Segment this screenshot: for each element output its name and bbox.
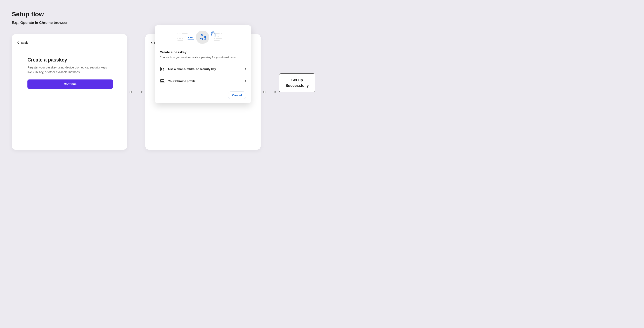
laptop-icon (160, 78, 165, 83)
dialog-options-list: Use a phone, tablet, or security key You… (160, 63, 246, 87)
option-label: Use a phone, tablet, or security key (168, 67, 242, 71)
setup-success-chip: Set up Successfully (279, 73, 315, 92)
passkey-create-dialog: *** (155, 25, 251, 103)
flow-row: Back Create a passkey Register your pass… (12, 34, 310, 150)
option-label: Your Chrome profile (168, 79, 242, 83)
dialog-domain: yourdomain.com (216, 56, 236, 59)
option-phone-tablet-key[interactable]: Use a phone, tablet, or security key (160, 63, 246, 75)
arrow-head-icon (274, 91, 276, 93)
passkey-badge-icon: *** (196, 31, 209, 44)
back-label: Back (21, 41, 28, 44)
arrow-origin-dot-icon (263, 91, 266, 93)
passkey-illustration: *** (155, 25, 251, 49)
page-subtitle: E.g., Operate in Chrome browser (12, 21, 310, 25)
arrow-head-icon (141, 91, 143, 93)
step1-card: Back Create a passkey Register your pass… (12, 34, 127, 150)
chevron-right-icon (245, 80, 246, 82)
arrow-line (132, 92, 141, 92)
dialog-description: Choose how you want to create a passkey … (160, 56, 246, 59)
page-title: Setup flow (12, 11, 310, 18)
chevron-right-icon (245, 68, 246, 70)
back-button[interactable]: Back (18, 41, 28, 44)
step2-stack: Back *** (146, 34, 260, 150)
chevron-left-icon (17, 41, 20, 44)
cancel-button[interactable]: Cancel (228, 91, 246, 99)
flow-arrow-2 (263, 34, 276, 150)
chevron-left-icon (151, 41, 153, 44)
asterisks-icon: *** (188, 36, 193, 40)
option-chrome-profile[interactable]: Your Chrome profile (160, 75, 246, 87)
continue-button[interactable]: Continue (28, 79, 113, 89)
asterisks-underline (188, 40, 194, 40)
arrow-line (265, 92, 275, 92)
dialog-title: Create a passkey (160, 50, 246, 54)
qr-scan-icon (160, 66, 165, 71)
card1-title: Create a passkey (28, 57, 112, 63)
flow-arrow-1 (130, 34, 143, 150)
arrow-origin-dot-icon (130, 91, 132, 93)
decorative-dots-right (214, 33, 228, 41)
person-key-icon (200, 34, 206, 40)
card1-description: Register your passkey using device biome… (28, 65, 108, 74)
